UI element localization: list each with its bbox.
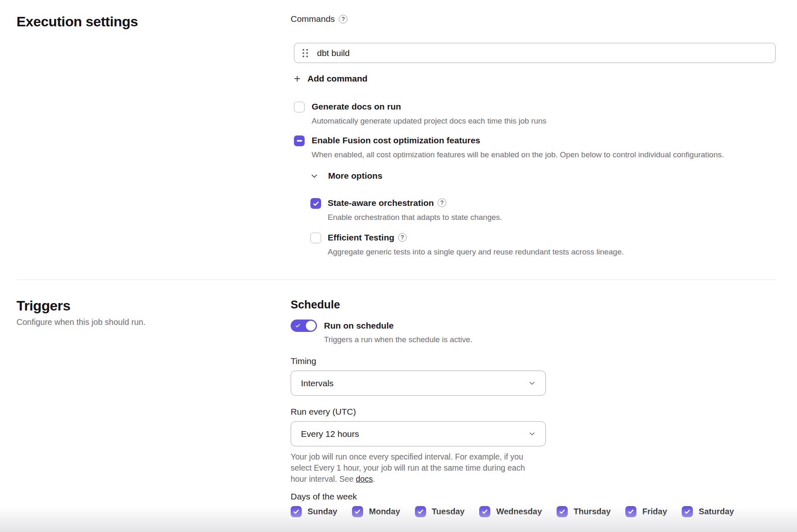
tuesday-checkbox[interactable] — [415, 506, 426, 517]
day-item-friday: Friday — [625, 506, 667, 517]
add-command-label: Add command — [308, 74, 368, 84]
day-item-monday: Monday — [352, 506, 400, 517]
more-options-panel: State-aware orchestration ? Enable orche… — [291, 197, 776, 257]
days-of-week-label: Days of the week — [291, 491, 776, 502]
check-icon — [417, 508, 424, 515]
efficient-testing-checkbox[interactable] — [310, 233, 321, 243]
toggle-knob — [306, 321, 316, 331]
execution-settings-title: Execution settings — [16, 14, 291, 29]
run-on-schedule-row: Run on schedule Triggers a run when the … — [291, 320, 776, 345]
state-aware-label: State-aware orchestration — [328, 197, 434, 209]
day-item-wednesday: Wednesday — [479, 506, 542, 517]
generate-docs-row: Generate docs on run Automatically gener… — [294, 101, 776, 126]
execution-settings-left: Execution settings — [16, 14, 291, 257]
run-every-select[interactable]: Every 12 hours — [291, 421, 546, 446]
execution-settings-content: Commands ? dbt build + Add command Gener… — [291, 14, 776, 257]
chevron-down-icon — [529, 380, 536, 387]
commands-label-row: Commands ? — [291, 14, 776, 24]
friday-checkbox[interactable] — [625, 506, 636, 517]
toggle-check-icon — [295, 323, 301, 329]
generate-docs-label: Generate docs on run — [312, 101, 401, 112]
check-icon — [481, 508, 488, 515]
generate-docs-checkbox[interactable] — [294, 102, 305, 112]
docs-link[interactable]: docs — [356, 474, 373, 483]
check-icon — [627, 508, 634, 515]
day-label: Thursday — [573, 507, 611, 516]
schedule-title: Schedule — [291, 298, 776, 311]
day-label: Saturday — [699, 507, 734, 516]
check-icon — [312, 200, 319, 207]
run-every-select-value: Every 12 hours — [301, 429, 359, 439]
fusion-optimization-row: Enable Fusion cost optimization features… — [294, 135, 776, 160]
state-aware-description: Enable orchestration that adapts to stat… — [328, 212, 502, 223]
day-label: Tuesday — [432, 507, 465, 516]
triggers-subtitle: Configure when this job should run. — [16, 317, 291, 327]
fusion-optimization-checkbox[interactable] — [294, 135, 305, 146]
triggers-section: Triggers Configure when this job should … — [0, 280, 797, 517]
efficient-testing-label: Efficient Testing — [328, 232, 394, 243]
run-on-schedule-toggle[interactable] — [291, 320, 317, 332]
timing-select-value: Intervals — [301, 378, 333, 388]
command-value[interactable]: dbt build — [317, 48, 350, 58]
state-aware-row: State-aware orchestration ? Enable orche… — [310, 197, 776, 223]
schedule-content: Schedule Run on schedule Triggers a run … — [291, 298, 776, 517]
chevron-down-icon — [529, 430, 536, 437]
day-label: Friday — [642, 507, 667, 516]
timing-select[interactable]: Intervals — [291, 371, 546, 396]
triggers-title: Triggers — [16, 298, 291, 313]
drag-handle-icon[interactable] — [303, 49, 308, 57]
command-input[interactable]: dbt build — [294, 43, 776, 63]
days-of-week-row: Sunday Monday Tuesday — [291, 506, 776, 517]
day-label: Sunday — [308, 507, 337, 516]
run-on-schedule-description: Triggers a run when the schedule is acti… — [324, 334, 472, 345]
interval-help-text: Your job will run once every specified i… — [291, 451, 540, 485]
add-command-button[interactable]: + Add command — [294, 73, 368, 84]
plus-icon: + — [294, 74, 301, 84]
wednesday-checkbox[interactable] — [479, 506, 490, 517]
execution-settings-section: Execution settings Commands ? dbt build … — [0, 0, 797, 257]
day-item-thursday: Thursday — [557, 506, 611, 517]
commands-help-icon[interactable]: ? — [339, 15, 347, 23]
day-item-saturday: Saturday — [682, 506, 734, 517]
indeterminate-minus-icon — [297, 140, 302, 142]
thursday-checkbox[interactable] — [557, 506, 568, 517]
more-options-label: More options — [328, 171, 382, 181]
efficient-testing-help-icon[interactable]: ? — [398, 233, 407, 242]
generate-docs-description: Automatically generate updated project d… — [312, 116, 546, 126]
fusion-optimization-description: When enabled, all cost optimization feat… — [312, 149, 724, 160]
run-on-schedule-label: Run on schedule — [324, 320, 472, 332]
day-item-sunday: Sunday — [291, 506, 337, 517]
fusion-optimization-label: Enable Fusion cost optimization features — [312, 135, 480, 146]
timing-label: Timing — [291, 356, 776, 366]
state-aware-checkbox[interactable] — [310, 198, 321, 209]
efficient-testing-row: Efficient Testing ? Aggregate generic te… — [310, 232, 776, 257]
state-aware-help-icon[interactable]: ? — [438, 198, 446, 207]
sunday-checkbox[interactable] — [291, 506, 302, 517]
chevron-down-icon — [310, 172, 318, 180]
day-label: Monday — [369, 507, 400, 516]
check-icon — [293, 508, 300, 515]
more-options-expander[interactable]: More options — [294, 170, 776, 182]
check-icon — [684, 508, 691, 515]
run-every-label: Run every (UTC) — [291, 406, 776, 417]
job-settings-page: Execution settings Commands ? dbt build … — [0, 0, 797, 532]
check-icon — [354, 508, 361, 515]
monday-checkbox[interactable] — [352, 506, 363, 517]
saturday-checkbox[interactable] — [682, 506, 693, 517]
commands-label: Commands — [291, 14, 335, 24]
efficient-testing-description: Aggregate generic tests into a single qu… — [328, 247, 624, 257]
day-label: Wednesday — [496, 507, 542, 516]
check-icon — [559, 508, 566, 515]
triggers-left: Triggers Configure when this job should … — [16, 298, 291, 517]
day-item-tuesday: Tuesday — [415, 506, 465, 517]
